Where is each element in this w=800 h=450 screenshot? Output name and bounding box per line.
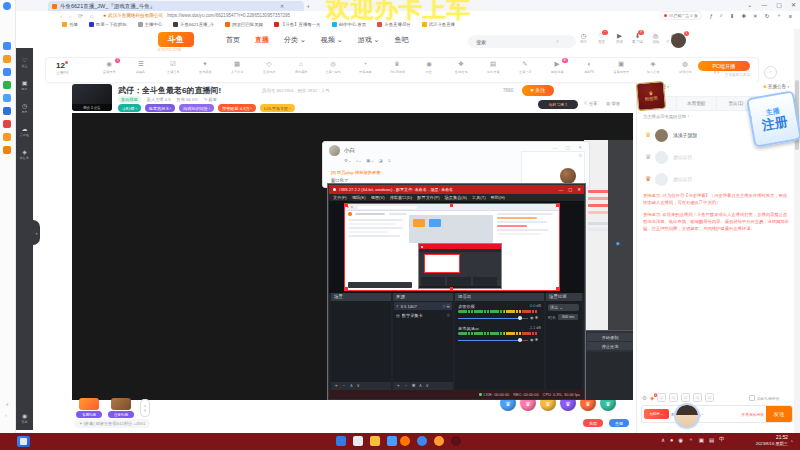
room-plate-badge[interactable]: 临时号牌 1 <box>538 100 578 109</box>
reload-icon[interactable]: ⟳ <box>78 12 83 19</box>
bookmark-item[interactable]: 书签 <box>62 22 78 27</box>
header-icon-item[interactable]: ▶ 开播 <box>612 32 627 44</box>
event-note[interactable]: ✦ [赛事] 观赛任务领S12积分 +4551 <box>74 419 150 428</box>
emote-icon[interactable]: ☺ <box>693 393 702 402</box>
dock-collapse-icon[interactable]: ‹ <box>5 412 7 418</box>
gift-panel-icon[interactable]: ◈ 1 <box>650 395 654 401</box>
taskbar-app-icon[interactable] <box>434 436 444 446</box>
anchor-toolbar-item[interactable]: ♛ 小时榜冲榜 <box>382 60 412 79</box>
dock-app-icon[interactable] <box>3 42 11 50</box>
taskbar-system-icon[interactable] <box>353 436 363 446</box>
anchor-toolbar-item[interactable]: ▶ 视频轮播 新 <box>542 60 572 79</box>
anchor-toolbar-item[interactable]: ⌂ 房间装扮 <box>286 60 316 79</box>
dock-add-icon[interactable]: ＋ <box>4 400 10 409</box>
url-text[interactable]: https://www.douyu.com/66219547?r=0.22865… <box>167 13 290 18</box>
rail-item[interactable]: ☁ 云游戏 <box>19 126 30 137</box>
page-float-button[interactable]: ⌃ <box>764 66 777 79</box>
rail-expand-handle[interactable]: › <box>33 220 40 245</box>
search-input[interactable] <box>474 38 556 46</box>
nav-item[interactable]: 首页 <box>226 35 240 45</box>
anchor-toolbar-item[interactable]: ◖ 连麦PK <box>574 60 604 79</box>
adblock-chip[interactable]: 已拦截广告 0 条 <box>660 11 701 20</box>
dock-app-icon[interactable] <box>3 107 11 115</box>
extension-icon[interactable]: ↻ <box>765 13 770 19</box>
tray-icon[interactable]: ∧ <box>661 437 665 443</box>
tray-icon[interactable]: 中 <box>719 436 725 443</box>
rank-row[interactable]: ♛ 虚位以待 <box>637 146 795 168</box>
browser-tab[interactable]: 斗鱼6621直播_JW_『游戏直播_斗鱼』 ✕ <box>48 1 304 11</box>
anchor-toolbar-item[interactable]: ◎ 主播一起玩 <box>318 60 348 79</box>
window-control-icon[interactable]: ✕ <box>791 1 796 8</box>
emote-icon[interactable]: ☺ <box>657 393 666 402</box>
rail-support-item[interactable]: ◉ 客服 <box>16 413 33 424</box>
pc-broadcast-button[interactable]: PC端开播 <box>698 61 750 71</box>
bookmark-item[interactable]: 阿里巴巴批发网 <box>225 22 263 27</box>
room-badge[interactable]: 小时榜 › <box>118 104 141 112</box>
nav-item[interactable]: 分类 ⌄ <box>284 35 306 45</box>
tray-icon[interactable]: ▣ <box>699 437 704 443</box>
forward-icon[interactable]: › <box>69 13 71 19</box>
anchor-toolbar-item[interactable]: ☑ 主播任务 <box>158 60 188 79</box>
room-badge[interactable]: 游戏知识问答 › <box>179 104 214 112</box>
tray-icon[interactable]: ◉ <box>678 437 683 443</box>
follow-button[interactable]: ♥ 关注 <box>522 85 554 96</box>
anchor-toolbar-item[interactable]: ◇ 互动玩法 <box>254 60 284 79</box>
nav-item[interactable]: 视频 ⌄ <box>321 35 343 45</box>
dock-app-icon[interactable] <box>3 133 11 141</box>
anchor-toolbar-item[interactable]: ✦ 星光奖励 <box>190 60 220 79</box>
floating-pet-avatar[interactable] <box>674 403 700 429</box>
toolbox-label[interactable]: 主播装扮工具箱 <box>725 73 750 77</box>
taskbar-system-icon[interactable] <box>387 436 397 446</box>
action-pill[interactable]: 充值 <box>583 419 603 427</box>
anchor-toolbar-item[interactable]: ◍ 游戏陪玩 <box>670 60 700 79</box>
room-badge[interactable]: LOL手游专区 › <box>260 104 295 112</box>
anchor-toolbar-item[interactable]: ◈ 加入公会 <box>638 60 668 79</box>
anchor-toolbar-item[interactable]: ◔ 开播提醒 <box>350 60 380 79</box>
extension-icon[interactable]: ⌕ <box>720 12 723 19</box>
taskbar-pinned-app-icon[interactable] <box>17 436 30 447</box>
window-control-icon[interactable]: ▢ <box>776 1 782 8</box>
bookmark-item[interactable]: 斗鱼6621直播_斗 <box>173 22 214 27</box>
anchor-toolbar-item[interactable]: ▤ 手机开播 <box>478 60 508 79</box>
chat-settings-gear-icon[interactable]: ⚙ <box>642 395 647 401</box>
extension-icon[interactable]: ⬇ <box>730 13 735 19</box>
rail-item[interactable]: ◷ 历史 <box>21 103 28 114</box>
anchor-toolbar-item[interactable]: ❖ 鱼翅红包 <box>446 60 476 79</box>
anchor-pk-item[interactable]: 12 主播PK <box>56 61 88 75</box>
header-icon-item[interactable]: ⬇ 客户端 9 <box>630 32 645 44</box>
rail-item[interactable]: ◈ 领任务 <box>19 149 30 160</box>
back-icon[interactable]: ‹ <box>60 13 62 19</box>
extension-icon[interactable]: ƒ <box>710 13 713 19</box>
tab-close-icon[interactable]: ✕ <box>280 3 284 9</box>
extension-icon[interactable]: ✚ <box>741 13 746 19</box>
room-cover-thumbnail[interactable]: 简介 1 公告 <box>72 84 112 111</box>
anchor-toolbar-item[interactable]: ▣ 直播间管理 <box>606 60 636 79</box>
taskbar-system-icon[interactable] <box>336 436 346 446</box>
category-tag[interactable]: 英雄联盟 <box>118 96 141 103</box>
anchor-toolbar-item[interactable]: ▦ 人气卡片 <box>222 60 252 79</box>
anchor-toolbar-item[interactable]: ✎ 主播一捞 <box>510 60 540 79</box>
taskbar-system-icon[interactable] <box>370 436 380 446</box>
room-badge[interactable]: 电竞热况 8 › <box>145 104 175 112</box>
taskbar-clock[interactable]: 21:52 2023/8/16 星期三 <box>744 435 788 447</box>
dock-app-icon[interactable] <box>3 94 11 102</box>
gift-capsule[interactable] <box>140 399 150 417</box>
bookmark-item[interactable]: 百度一下你就知 <box>89 22 127 27</box>
rank-row[interactable]: ♛ 虚位以待 <box>637 168 795 190</box>
search-icon[interactable]: ⌕ <box>556 38 559 45</box>
room-attr[interactable]: ✎ 标签 <box>204 97 217 102</box>
register-sticker[interactable]: 主播 注册 <box>746 90 800 148</box>
dock-app-icon[interactable] <box>3 81 11 89</box>
emote-icon[interactable]: ☺ <box>669 393 678 402</box>
send-button[interactable]: 发送 <box>766 406 792 422</box>
gift-item[interactable]: 任务礼物 <box>108 398 134 418</box>
taskbar-app-icon[interactable] <box>417 436 427 446</box>
tray-icon[interactable]: ▤ <box>709 437 714 443</box>
nav-item[interactable]: 鱼吧 <box>394 35 408 45</box>
notification-bell-icon[interactable]: ◔ <box>790 438 793 444</box>
gift-item[interactable]: 专属礼物 <box>76 398 102 418</box>
window-control-icon[interactable]: — <box>761 2 767 8</box>
tray-icon[interactable]: ＋ <box>688 436 694 443</box>
manage-link[interactable]: ▦管理 <box>606 101 620 106</box>
header-icon-item[interactable]: ◎ 活动 <box>648 32 663 44</box>
